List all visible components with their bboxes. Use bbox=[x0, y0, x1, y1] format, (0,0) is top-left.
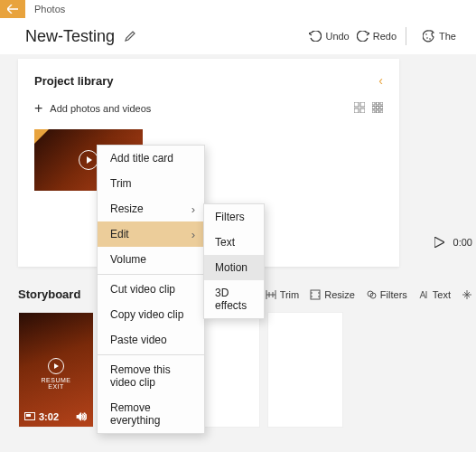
svg-rect-16 bbox=[311, 290, 320, 299]
clip-overlay: RESUME EXIT bbox=[19, 358, 93, 390]
motion-tool[interactable] bbox=[462, 289, 476, 300]
context-menu: Add title card Trim Resize Edit Volume C… bbox=[97, 145, 205, 434]
ctx-remove-all[interactable]: Remove everything bbox=[98, 395, 204, 433]
svg-rect-15 bbox=[380, 110, 383, 113]
trim-icon bbox=[266, 289, 276, 300]
chevron-left-icon[interactable]: ‹ bbox=[378, 73, 383, 88]
undo-button[interactable]: Undo bbox=[309, 31, 349, 42]
project-title: New-Testing bbox=[25, 27, 115, 46]
library-title: Project library bbox=[34, 74, 378, 88]
svg-rect-3 bbox=[354, 102, 359, 107]
resize-tool[interactable]: Resize bbox=[310, 289, 355, 300]
context-submenu-edit: Filters Text Motion 3D effects bbox=[203, 203, 265, 319]
svg-rect-8 bbox=[377, 102, 379, 105]
ctx-edit-filters[interactable]: Filters bbox=[204, 204, 264, 230]
trim-tool[interactable]: Trim bbox=[266, 289, 300, 300]
grid-large-icon[interactable] bbox=[354, 102, 365, 116]
app-name: Photos bbox=[25, 4, 65, 14]
svg-rect-13 bbox=[372, 110, 375, 113]
ctx-resize[interactable]: Resize bbox=[98, 196, 204, 221]
ctx-edit-motion[interactable]: Motion bbox=[204, 255, 264, 280]
ctx-paste[interactable]: Paste video bbox=[98, 327, 204, 353]
play-button[interactable] bbox=[434, 237, 444, 248]
storyboard-slot-empty[interactable] bbox=[267, 312, 343, 428]
grid-small-icon[interactable] bbox=[372, 102, 383, 116]
svg-rect-10 bbox=[372, 106, 375, 108]
plus-icon: + bbox=[34, 100, 42, 117]
ctx-cut[interactable]: Cut video clip bbox=[98, 277, 204, 302]
redo-button[interactable]: Redo bbox=[357, 31, 397, 42]
resize-icon bbox=[310, 289, 321, 300]
divider bbox=[406, 27, 406, 45]
ctx-remove-clip[interactable]: Remove this video clip bbox=[98, 357, 204, 395]
ctx-trim[interactable]: Trim bbox=[98, 171, 204, 196]
play-icon bbox=[79, 150, 98, 170]
header: New-Testing Undo Redo The bbox=[0, 18, 476, 54]
motion-icon bbox=[462, 289, 472, 300]
svg-rect-5 bbox=[354, 108, 359, 113]
undo-icon bbox=[309, 31, 322, 42]
theme-label: The bbox=[439, 31, 456, 42]
svg-point-0 bbox=[425, 33, 427, 35]
svg-point-2 bbox=[429, 38, 431, 40]
ctx-add-title-card[interactable]: Add title card bbox=[98, 146, 204, 171]
filters-icon bbox=[366, 289, 377, 300]
separator bbox=[98, 274, 204, 275]
redo-label: Redo bbox=[373, 31, 397, 42]
frame-icon bbox=[24, 412, 35, 420]
text-tool[interactable]: Text bbox=[418, 289, 451, 300]
svg-point-1 bbox=[426, 37, 428, 39]
playback-controls: 0:00 bbox=[434, 237, 472, 248]
palette-icon bbox=[423, 30, 435, 42]
ctx-edit-text[interactable]: Text bbox=[204, 230, 264, 255]
arrow-left-icon bbox=[7, 5, 18, 14]
svg-rect-14 bbox=[377, 110, 379, 113]
ctx-copy[interactable]: Copy video clip bbox=[98, 302, 204, 327]
title-bar: Photos bbox=[0, 0, 476, 18]
ctx-edit-3d-effects[interactable]: 3D effects bbox=[204, 280, 264, 318]
theme-button[interactable]: The bbox=[423, 30, 456, 42]
svg-rect-6 bbox=[360, 108, 365, 113]
separator bbox=[98, 354, 204, 355]
clip-duration: 3:02 bbox=[39, 411, 59, 422]
volume-icon[interactable]: 🔊︎ bbox=[76, 410, 88, 423]
svg-rect-12 bbox=[380, 106, 383, 108]
ctx-volume[interactable]: Volume bbox=[98, 247, 204, 272]
add-media-button[interactable]: + Add photos and videos bbox=[34, 100, 383, 117]
undo-label: Undo bbox=[325, 31, 349, 42]
svg-rect-4 bbox=[360, 102, 365, 107]
ctx-edit[interactable]: Edit bbox=[98, 221, 204, 247]
playback-time: 0:00 bbox=[453, 237, 472, 248]
back-button[interactable] bbox=[0, 0, 25, 18]
redo-icon bbox=[357, 31, 369, 42]
text-icon bbox=[418, 289, 429, 300]
play-icon bbox=[48, 358, 64, 374]
filters-tool[interactable]: Filters bbox=[366, 289, 407, 300]
pencil-icon[interactable] bbox=[124, 30, 136, 42]
add-media-label: Add photos and videos bbox=[50, 103, 151, 114]
storyboard-clip-1[interactable]: RESUME EXIT 3:02 🔊︎ bbox=[18, 312, 94, 428]
svg-rect-7 bbox=[372, 102, 375, 105]
svg-rect-9 bbox=[380, 102, 383, 105]
storyboard-title: Storyboard bbox=[18, 287, 80, 301]
svg-rect-11 bbox=[377, 106, 379, 108]
